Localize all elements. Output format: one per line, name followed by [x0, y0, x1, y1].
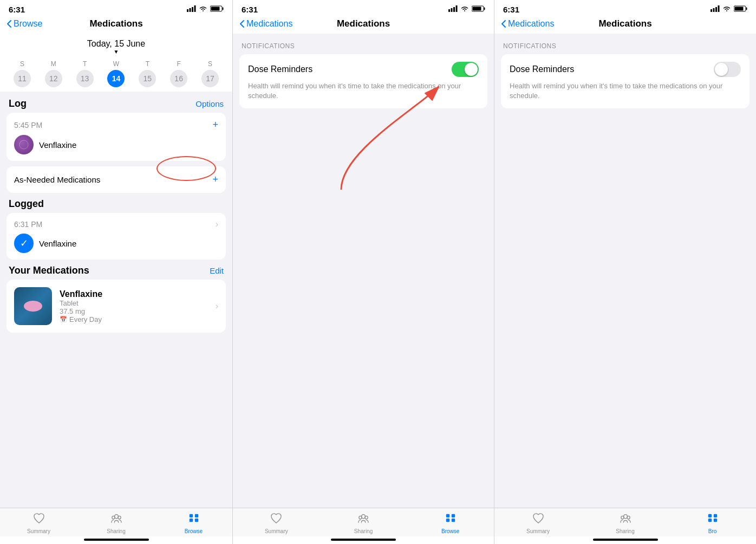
- log-time: 5:45 PM: [14, 121, 42, 129]
- signal-icon: [187, 4, 196, 14]
- date-header: Today, 15 June ▼: [0, 34, 232, 58]
- back-label-3: Medications: [508, 19, 554, 29]
- tab-sharing-1[interactable]: Sharing: [77, 513, 155, 534]
- nav-title-3: Medications: [598, 18, 651, 29]
- tab-sharing-label-2: Sharing: [354, 528, 373, 534]
- dose-reminders-toggle-on[interactable]: [452, 62, 479, 77]
- tab-summary-label-3: Summary: [526, 528, 550, 534]
- status-icons-3: [711, 4, 747, 14]
- svg-rect-28: [446, 519, 449, 522]
- status-time-2: 6:31: [242, 5, 258, 14]
- med-image: [14, 287, 52, 325]
- edit-button[interactable]: Edit: [210, 266, 224, 275]
- tab-browse-label-2: Browse: [441, 528, 459, 534]
- notif-section-label-2: NOTIFICATIONS: [239, 40, 487, 54]
- as-needed-text: As-Needed Medications: [14, 175, 100, 184]
- your-meds-card[interactable]: Venflaxine Tablet 37.5 mg 📅 Every Day ›: [6, 280, 226, 333]
- log-title: Log: [9, 98, 27, 109]
- tab-summary-1[interactable]: Summary: [0, 513, 77, 534]
- svg-rect-33: [718, 5, 720, 12]
- dose-reminders-toggle-off[interactable]: [714, 62, 741, 77]
- nav-bar-2: Medications Medications: [233, 16, 494, 34]
- wifi-icon-3: [722, 4, 731, 14]
- tab-summary-3[interactable]: Summary: [494, 513, 582, 534]
- svg-rect-5: [223, 8, 224, 10]
- cal-day-5[interactable]: F 16: [170, 60, 187, 87]
- med-chevron-icon: ›: [216, 301, 218, 311]
- panel-3: 6:31: [494, 0, 756, 544]
- cal-day-circle-5: 16: [170, 70, 187, 87]
- browse-icon-3: [707, 513, 719, 527]
- notif-row-2: Dose Reminders: [248, 62, 479, 77]
- cal-day-circle-3: 14: [107, 70, 125, 87]
- svg-rect-31: [713, 8, 715, 12]
- cal-day-4[interactable]: T 15: [139, 60, 156, 87]
- med-details-dose: 37.5 mg: [60, 307, 208, 315]
- svg-rect-16: [451, 8, 453, 12]
- logged-time: 6:31 PM: [14, 220, 42, 229]
- logged-card: 6:31 PM › ✓ Venflaxine: [6, 213, 226, 260]
- date-text: Today, 15 June: [0, 39, 232, 49]
- battery-icon-2: [472, 4, 485, 14]
- cal-day-0[interactable]: S 11: [14, 60, 31, 87]
- status-time-1: 6:31: [9, 5, 25, 14]
- home-indicator-3: [593, 539, 658, 541]
- browse-icon-1: [188, 513, 200, 527]
- tab-summary-label-2: Summary: [265, 528, 288, 534]
- svg-rect-40: [708, 514, 711, 517]
- tab-browse-2[interactable]: Browse: [407, 513, 494, 534]
- status-bar-2: 6:31: [233, 0, 494, 16]
- tab-bar-2: Summary Sharing Browse: [233, 508, 494, 536]
- cal-day-label-3: W: [113, 60, 119, 68]
- home-indicator-1: [84, 539, 149, 541]
- options-button[interactable]: Options: [195, 99, 224, 108]
- cal-day-3[interactable]: W 14: [107, 60, 125, 87]
- nav-title-1: Medications: [89, 18, 142, 29]
- cal-day-1[interactable]: M 12: [45, 60, 62, 87]
- med-pill-image: [24, 301, 42, 312]
- back-button-3[interactable]: Medications: [501, 19, 554, 29]
- panel-1: 6:31: [0, 0, 233, 544]
- notif-content-2: NOTIFICATIONS Dose Reminders Health will…: [233, 34, 494, 508]
- cal-day-label-0: S: [20, 60, 24, 68]
- tab-sharing-3[interactable]: Sharing: [582, 513, 669, 534]
- med-icon-venflaxine: [14, 135, 34, 154]
- svg-rect-11: [189, 514, 192, 517]
- cal-day-2[interactable]: T 13: [76, 60, 94, 87]
- svg-rect-15: [448, 9, 450, 12]
- chevron-right-icon: ›: [216, 219, 218, 229]
- logged-time-row: 6:31 PM ›: [14, 219, 218, 229]
- tab-browse-1[interactable]: Browse: [155, 513, 232, 534]
- cal-day-6[interactable]: S 17: [201, 60, 219, 87]
- signal-icon-2: [448, 4, 458, 14]
- svg-rect-36: [735, 7, 744, 11]
- battery-icon-3: [734, 4, 747, 14]
- logged-med-name: Venflaxine: [39, 239, 76, 248]
- as-needed-card[interactable]: As-Needed Medications +: [6, 166, 226, 193]
- tab-sharing-2[interactable]: Sharing: [320, 513, 407, 534]
- logged-section: Logged 6:31 PM › ✓ Venflaxine: [6, 198, 226, 260]
- tab-browse-label-1: Browse: [185, 528, 203, 534]
- sharing-icon-1: [110, 513, 122, 527]
- browse-icon-2: [445, 513, 457, 527]
- tab-sharing-label-3: Sharing: [616, 528, 634, 534]
- svg-rect-42: [708, 519, 711, 522]
- svg-rect-27: [451, 514, 454, 517]
- wifi-icon: [199, 4, 207, 14]
- tab-browse-3[interactable]: Bro: [669, 513, 756, 534]
- back-button-1[interactable]: Browse: [6, 19, 42, 29]
- tab-summary-2[interactable]: Summary: [233, 513, 320, 534]
- your-meds-header: Your Medications Edit: [6, 265, 226, 276]
- calendar-row: S 11 M 12 T 13 W 14 T 15 F 16 S 17: [0, 58, 232, 92]
- sharing-icon-3: [620, 513, 631, 527]
- sharing-icon-2: [357, 513, 369, 527]
- med-details-type: Tablet: [60, 299, 208, 307]
- date-arrow: ▼: [0, 49, 232, 55]
- back-button-2[interactable]: Medications: [239, 19, 292, 29]
- logged-header: Logged: [6, 198, 226, 210]
- log-add-button[interactable]: +: [212, 119, 218, 131]
- notif-card-2: Dose Reminders Health will remind you wh…: [239, 54, 487, 108]
- as-needed-add-button[interactable]: +: [212, 174, 218, 185]
- wifi-icon-2: [460, 4, 469, 14]
- tab-bar-3: Summary Sharing Bro: [494, 508, 756, 536]
